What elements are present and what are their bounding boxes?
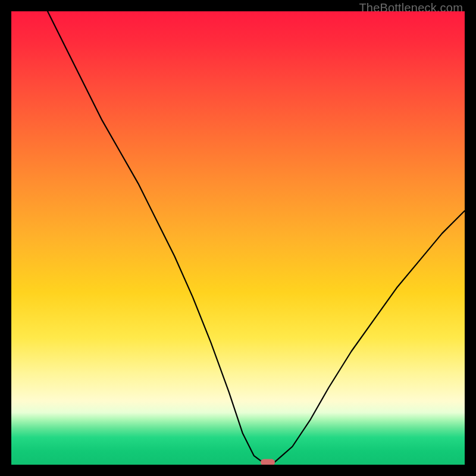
plot-area	[11, 11, 465, 465]
optimal-marker	[261, 459, 275, 465]
chart-stage: TheBottleneck.com	[0, 0, 476, 476]
bottleneck-curve	[11, 11, 465, 465]
